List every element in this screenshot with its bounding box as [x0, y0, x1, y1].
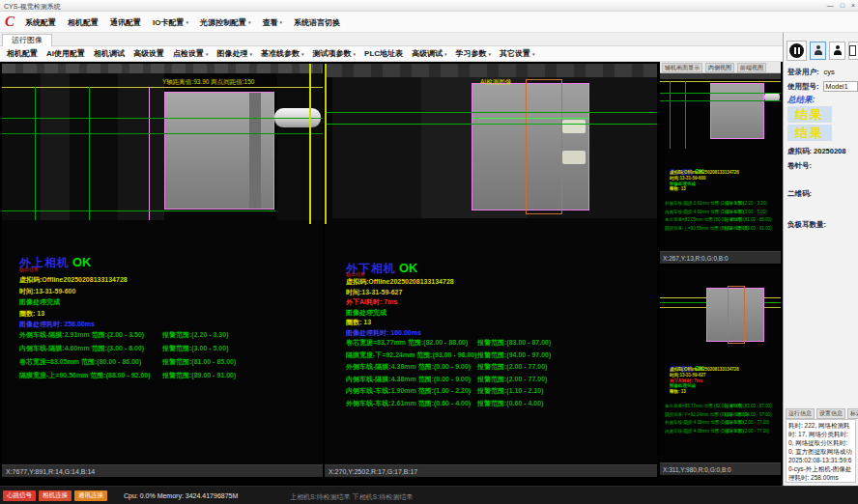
menu-item-1[interactable]: 系统配置: [25, 17, 56, 28]
toolbar-item-9[interactable]: PLC地址表: [364, 48, 403, 59]
measure-line: [660, 93, 781, 94]
close-button[interactable]: ×: [851, 1, 855, 11]
menu-item-7[interactable]: 系统语言切换: [294, 17, 340, 28]
aux-tab-2[interactable]: 内侧视图: [705, 63, 734, 72]
aux-tab-3[interactable]: 前端视图: [737, 63, 766, 72]
measurement-row: 内侧车线-隔膜:4.60mm 范围:(3.00 - 6.00)报警范围:(3.0…: [19, 344, 319, 357]
alarm-range: 报警范围:(2.20 - 3.30): [162, 330, 228, 340]
edge-line-pink: [149, 87, 150, 220]
middle-camera-info: 虚拟码:Offline20250208133134728时间:13-31-59-…: [346, 277, 454, 338]
menu-item-3[interactable]: 通讯配置: [110, 17, 141, 28]
measure-line: [472, 118, 589, 119]
menu-item-4[interactable]: IO卡配置▾: [153, 17, 188, 28]
alarm-range: 报警范围:(89.00 - 91.00): [162, 371, 236, 380]
toolbar-item-8[interactable]: 测试项参数▾: [313, 48, 357, 59]
camera-state-text: 上相机S:待检测结果 下相机S:待检测结果: [290, 492, 413, 502]
toolbar-item-7[interactable]: 基准线参数▾: [261, 48, 304, 59]
measure-line: [2, 210, 275, 211]
maximize-button[interactable]: □: [841, 1, 844, 11]
main-area: Y轴距离值:93.90 两点间距值:150 外上相机OK 输出结果 虚拟码:Of…: [0, 62, 783, 487]
chevron-down-icon: ▾: [250, 51, 253, 57]
result-badge-2: 结果: [787, 125, 832, 141]
menu-item-2[interactable]: 相机配置: [68, 17, 99, 28]
toolbar-item-label: 点检设置: [173, 48, 204, 59]
log-tab-3[interactable]: 标定信息: [847, 408, 858, 419]
login-user-value: cys: [824, 68, 835, 76]
toolbar-item-5[interactable]: 点检设置▾: [173, 48, 209, 59]
overlay-info-line: 虚拟码:Offline20250208133134728: [670, 170, 739, 176]
overlay-info-line: 时间:13-31-59-600: [19, 286, 128, 297]
status-badge: 相机连接: [39, 490, 72, 501]
measurement-row: 卷芯宽度=83.77mm 范围:(82.00 - 88.00)报警范围:(83.…: [346, 338, 653, 350]
result-badge-1: 结果: [787, 106, 832, 123]
toolbar-item-11[interactable]: 学习参数▾: [456, 48, 492, 59]
camera-sub-label: 输出结果: [19, 266, 39, 272]
panel-divider-line: [309, 64, 311, 224]
log-text[interactable]: 耗时: 222, 网络检测耗时: 17, 网络分类耗时: 0, 网络提取分区耗时…: [786, 419, 856, 483]
measure-line: [325, 112, 657, 113]
toolbar-item-2[interactable]: AI使用配置: [46, 48, 85, 59]
minimize-button[interactable]: —: [827, 1, 834, 11]
overlay-info-line: 图像处理完成: [346, 308, 454, 319]
overlay-info-line: 图像处理完成: [19, 296, 128, 308]
log-tab-1[interactable]: 运行信息: [786, 408, 815, 419]
measurement-value: 内侧车线-车线:1.90mm 范围:(1.00 - 2.20): [346, 386, 471, 396]
overlay-info-line: 圈数: 13: [346, 318, 454, 328]
measurement-row: 外侧车线-隔膜:4.38mm 范围:(0.00 - 9.00)报警范围:(2.0…: [346, 362, 653, 375]
alarm-range: 报警范围:(2.00 - 77.00): [477, 362, 547, 372]
aux-bottom-camera-view[interactable]: 外下相机OK 虚拟码:Offline20250208133134728时间:13…: [660, 266, 781, 475]
toolbar-item-4[interactable]: 高级设置: [133, 48, 164, 59]
total-result-label: 总结果:: [787, 95, 815, 106]
roi-box-orange: [526, 79, 562, 214]
window-title: CYS-视觉检测系统: [4, 2, 61, 12]
tab-run-image[interactable]: 运行图像: [2, 34, 52, 46]
menu-item-label: 系统语言切换: [294, 17, 340, 28]
measure-line: [2, 118, 323, 119]
virtual-code-value: 20250208: [814, 147, 845, 155]
toolbar-item-label: 相机配置: [7, 48, 38, 59]
reference-line-yellow: [2, 87, 323, 88]
machine-beam: [660, 73, 781, 79]
model-select[interactable]: Model1: [823, 81, 858, 92]
toolbar-item-10[interactable]: 高级调试▾: [412, 48, 447, 59]
operator-button[interactable]: [829, 42, 845, 60]
menu-items: 系统配置相机配置通讯配置IO卡配置▾光源控制配置▾查看▾系统语言切换: [25, 12, 340, 33]
menu-item-6[interactable]: 查看▾: [262, 17, 282, 28]
toolbar-item-12[interactable]: 其它设置▾: [500, 48, 535, 59]
left-camera-view[interactable]: Y轴距离值:93.90 两点间距值:150 外上相机OK 输出结果 虚拟码:Of…: [2, 64, 323, 477]
toolbar-item-label: 图像处理: [217, 48, 248, 59]
measurement-row: 外侧车线-车线:2.61mm 范围:(0.60 - 4.00)报警范围:(0.6…: [346, 399, 653, 411]
left-camera-image: Y轴距离值:93.90 两点间距值:150: [2, 64, 323, 224]
app-logo-icon: C: [5, 14, 14, 30]
toolbar-item-label: 基准线参数: [261, 48, 300, 59]
machine-beam: [2, 64, 323, 73]
toolbar-item-1[interactable]: 相机配置: [7, 48, 38, 59]
login-user-label: 登录用户:: [787, 68, 819, 76]
aux-tab-1[interactable]: 辅机画面显示: [662, 63, 702, 72]
user-button[interactable]: [810, 42, 826, 60]
toolbar-item-6[interactable]: 图像处理▾: [217, 48, 253, 59]
overlay-info-line: 外下AI耗时: 7ms: [346, 297, 454, 308]
measurement-row: 内侧车线-隔膜:4.38mm 范围:(0.00 - 9.00)报警范围:(2.0…: [665, 429, 779, 437]
machine-beam: [325, 64, 657, 77]
overlay-info-line: 时间:13-31-59-627: [346, 288, 454, 298]
pause-button[interactable]: [786, 41, 807, 61]
alarm-range: 报警范围:(3.00 - 5.00): [725, 210, 767, 214]
chevron-down-icon: ▾: [279, 19, 282, 25]
middle-camera-view[interactable]: AI检测图像 外下相机OK 输出结果 虚拟码:Offline2025020813…: [325, 64, 657, 477]
measurement-value: 外侧车线-隔膜:4.38mm 范围:(0.00 - 9.00): [346, 362, 471, 372]
toolbar-item-label: AI使用配置: [46, 48, 85, 59]
exit-button[interactable]: →: [848, 42, 858, 60]
aux-top-caption: X:267,Y:13,R:0,G:0,B:0: [660, 251, 781, 264]
measurement-row: 隔膜宽度-上=90.56mm 范围:(88.00 - 92.00)报警范围:(8…: [665, 226, 779, 235]
aux-top-camera-view[interactable]: 外上相机OK 虚拟码:Offline20250208133134728时间:13…: [660, 73, 781, 264]
menu-item-label: 光源控制配置: [200, 17, 246, 28]
overlay-info-line: 图像处理耗时: 160.00ms: [346, 328, 454, 339]
log-tab-2[interactable]: 设置信息: [816, 408, 845, 419]
toolbar-item-3[interactable]: 相机调试: [94, 48, 125, 59]
measurement-row: 隔膜宽度-下=92.24mm 范围:(93.00 - 98.00)报警范围:(9…: [346, 350, 653, 363]
measurement-row: 外侧车线-隔膜:2.91mm 范围:(2.00 - 3.50)报警范围:(2.2…: [19, 330, 319, 344]
menu-item-5[interactable]: 光源控制配置▾: [200, 17, 251, 28]
aux-header-tabs: 辅机画面显示内侧视图前端视图: [660, 62, 781, 73]
overlay-info-line: 圈数: 13: [670, 389, 739, 395]
